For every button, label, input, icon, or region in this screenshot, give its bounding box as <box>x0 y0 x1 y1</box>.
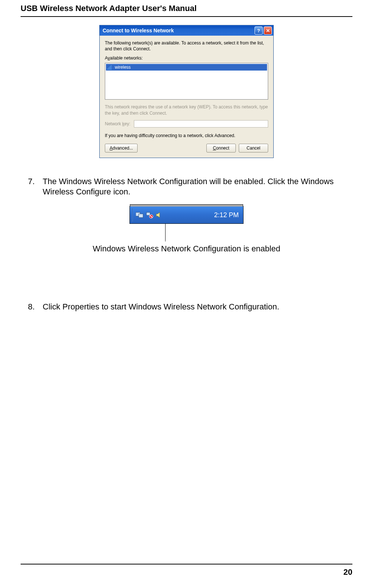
dialog-body: The following network(s) are available. … <box>100 36 273 158</box>
step-7: 7. The Windows Wireless Network Configur… <box>28 176 345 197</box>
systray-figure: 2:12 PM <box>21 206 352 224</box>
svg-rect-2 <box>146 212 150 215</box>
instruction-list: 7. The Windows Wireless Network Configur… <box>21 176 352 197</box>
svg-marker-5 <box>156 212 160 218</box>
dialog-titlebar: Connect to Wireless Network ? ✕ <box>100 25 273 36</box>
network-name: wireless <box>115 65 131 70</box>
page-footer: 20 <box>21 564 352 577</box>
volume-icon[interactable] <box>155 211 163 219</box>
network-list-item[interactable]: wireless <box>106 64 267 71</box>
step-8: 8. Click Properties to start Windows Wir… <box>28 302 345 312</box>
network-key-label: Network key: <box>105 121 130 126</box>
network-monitors-icon[interactable] <box>136 211 144 219</box>
advanced-accel: A <box>110 146 113 151</box>
tray-caption: Windows Wireless Network Configuration i… <box>21 244 352 254</box>
tray-separator <box>132 208 133 222</box>
help-icon: ? <box>257 28 260 33</box>
wifi-signal-icon <box>107 65 113 70</box>
connect-wireless-dialog: Connect to Wireless Network ? ✕ The foll… <box>99 25 274 158</box>
header-title: USB Wireless Network Adapter User's Manu… <box>21 4 352 13</box>
available-networks-label: Available networks: <box>105 55 268 61</box>
dialog-intro: The following network(s) are available. … <box>105 40 268 52</box>
connect-button[interactable]: Connect <box>206 144 236 153</box>
available-networks-listbox[interactable]: wireless <box>105 63 268 100</box>
callout-line <box>165 224 166 241</box>
close-button[interactable]: ✕ <box>264 26 272 35</box>
step-text: The Windows Wireless Network Configurati… <box>43 176 345 197</box>
difficulty-text: If you are having difficulty connecting … <box>105 133 268 139</box>
dialog-title: Connect to Wireless Network <box>103 28 253 33</box>
network-key-input[interactable] <box>134 120 268 128</box>
close-icon: ✕ <box>266 28 270 33</box>
wep-note: This network requires the use of a netwo… <box>105 104 268 116</box>
instruction-list-2: 8. Click Properties to start Windows Wir… <box>21 302 352 312</box>
step-number: 8. <box>28 302 43 312</box>
svg-rect-1 <box>139 214 143 218</box>
system-tray: 2:12 PM <box>129 206 244 224</box>
cancel-button[interactable]: Cancel <box>239 144 268 153</box>
help-button[interactable]: ? <box>255 26 263 35</box>
step-text: Click Properties to start Windows Wirele… <box>43 302 279 312</box>
page-number: 20 <box>344 567 352 577</box>
page-header: USB Wireless Network Adapter User's Manu… <box>21 0 352 17</box>
network-key-row: Network key: <box>105 120 268 128</box>
tray-clock: 2:12 PM <box>164 211 241 219</box>
step-number: 7. <box>28 176 43 197</box>
connect-accel: C <box>213 146 216 151</box>
advanced-button[interactable]: Advanced... <box>105 144 138 153</box>
wireless-config-icon[interactable] <box>145 211 153 219</box>
